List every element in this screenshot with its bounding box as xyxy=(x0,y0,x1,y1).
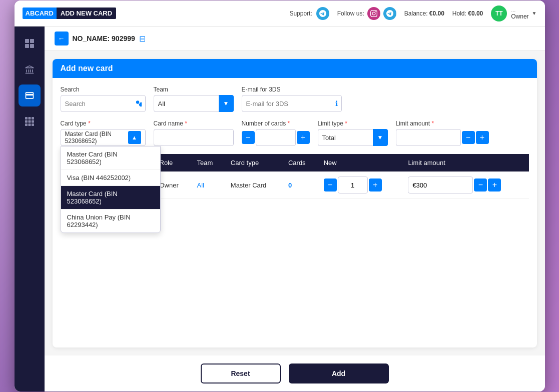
dropdown-item-mastercard2[interactable]: Master Card (BIN 523068652) xyxy=(61,186,160,210)
cell-card-type: Master Card xyxy=(225,172,282,199)
card-type-dropdown: Master Card (BIN 523068652) Visa (BIN 44… xyxy=(61,146,161,233)
sidebar-item-cards[interactable] xyxy=(19,84,41,106)
svg-rect-0 xyxy=(25,39,29,43)
svg-rect-8 xyxy=(28,120,31,123)
limit-amount-input[interactable]: €300 xyxy=(396,129,461,146)
svg-rect-2 xyxy=(25,44,29,48)
search-input[interactable] xyxy=(61,95,146,112)
num-cards-stepper: − 1 + xyxy=(242,129,310,146)
col-card-type: Card type xyxy=(225,154,282,172)
brand-abcard: ABCARD xyxy=(23,8,57,19)
form-row-2: Card type * Master Card (BIN523068652) ▲… xyxy=(61,120,529,199)
col-cards: Cards xyxy=(282,154,318,172)
svg-rect-1 xyxy=(30,39,34,43)
follow-telegram-icon[interactable] xyxy=(383,7,396,20)
content: ← NO_NAME: 902999 ⊟ Add new card Search xyxy=(45,26,545,392)
dropdown-item-mastercard1[interactable]: Master Card (BIN 523068652) xyxy=(61,146,160,170)
limit-type-select[interactable]: Total xyxy=(318,129,388,146)
cell-new: − + xyxy=(318,172,402,199)
form-row-1: Search Team xyxy=(61,86,529,112)
follow-label: Follow us: xyxy=(337,10,364,17)
svg-rect-12 xyxy=(32,124,34,126)
limit-amount-label: Limit amount * xyxy=(396,120,489,127)
limit-plus-button[interactable]: + xyxy=(476,131,489,144)
cell-limit-amount: − + xyxy=(402,172,528,199)
svg-rect-5 xyxy=(28,117,31,120)
brand: ABCARD ADD NEW CARD xyxy=(23,8,117,19)
card-type-group: Card type * Master Card (BIN523068652) ▲… xyxy=(61,120,146,146)
follow-instagram-icon[interactable] xyxy=(367,7,380,20)
row-limit-minus-button[interactable]: − xyxy=(474,178,487,192)
email-input[interactable] xyxy=(242,95,342,112)
breadcrumb-bar: ← NO_NAME: 902999 ⊟ xyxy=(45,26,545,51)
card-type-label: Card type * xyxy=(61,120,146,127)
card-type-wrapper: Master Card (BIN523068652) ▲ Master Card… xyxy=(61,129,146,146)
num-cards-plus-button[interactable]: + xyxy=(297,131,310,144)
card-name-group: Card name * ABcard virtual xyxy=(154,120,234,146)
team-select-wrapper: All ▼ xyxy=(154,95,234,112)
svg-rect-11 xyxy=(28,124,31,126)
limit-type-group: Limit type * Total ▼ xyxy=(318,120,388,146)
email-info-icon[interactable]: ℹ xyxy=(335,100,338,108)
hold-label: Hold: €0.00 xyxy=(452,10,483,17)
balance-label: Balance: €0.00 xyxy=(404,10,444,17)
form-footer: Reset Add xyxy=(45,356,545,392)
search-label: Search xyxy=(61,86,146,93)
card-type-selected: Master Card (BIN523068652) xyxy=(65,130,112,144)
num-cards-minus-button[interactable]: − xyxy=(242,131,255,144)
breadcrumb: NO_NAME: 902999 xyxy=(73,34,135,42)
cards-table: Role Team Card type Cards New Limit amou… xyxy=(154,154,529,199)
sidebar-item-grid[interactable] xyxy=(19,110,41,132)
dropdown-item-visa[interactable]: Visa (BIN 446252002) xyxy=(61,170,160,186)
col-new: New xyxy=(318,154,402,172)
avatar: TT xyxy=(491,6,507,22)
add-button[interactable]: Add xyxy=(289,364,389,384)
cell-cards: 0 xyxy=(282,172,318,199)
num-cards-input[interactable]: 1 xyxy=(256,129,296,146)
main-layout: ← NO_NAME: 902999 ⊟ Add new card Search xyxy=(15,26,545,392)
sidebar-item-bank[interactable] xyxy=(19,58,41,80)
col-limit-amount: Limit amount xyxy=(402,154,528,172)
form-body: Search Team xyxy=(53,78,537,215)
team-group: Team All ▼ xyxy=(154,86,234,112)
svg-rect-4 xyxy=(25,117,28,120)
breadcrumb-edit-icon[interactable]: ⊟ xyxy=(139,34,146,44)
support-telegram-icon[interactable] xyxy=(316,7,329,20)
team-label: Team xyxy=(154,86,234,93)
sidebar-item-dashboard[interactable] xyxy=(19,32,41,54)
balance-section: Balance: €0.00 Hold: €0.00 xyxy=(404,10,483,17)
card-type-display[interactable]: Master Card (BIN523068652) ▲ xyxy=(61,129,146,146)
svg-rect-7 xyxy=(25,120,28,123)
col-team: Team xyxy=(191,154,225,172)
limit-amount-group: Limit amount * €300 − + xyxy=(396,120,489,146)
limit-minus-button[interactable]: − xyxy=(462,131,475,144)
cell-team: All xyxy=(191,172,225,199)
row-limit-plus-button[interactable]: + xyxy=(488,178,501,192)
user-dropdown[interactable]: ... Owner ▼ xyxy=(511,7,536,20)
limit-type-select-wrapper: Total ▼ xyxy=(318,129,388,146)
sidebar xyxy=(15,26,45,392)
row-new-stepper: − + xyxy=(324,176,396,194)
support-label: Support: xyxy=(289,10,312,17)
card-name-input[interactable]: ABcard virtual xyxy=(154,129,234,146)
row-limit-input[interactable] xyxy=(408,176,473,194)
email-input-wrapper: ℹ xyxy=(242,95,342,112)
right-form-fields: Card name * ABcard virtual Number of car… xyxy=(154,120,529,199)
card-name-label: Card name * xyxy=(154,120,234,127)
brand-addcard: ADD NEW CARD xyxy=(57,8,116,19)
team-select[interactable]: All xyxy=(154,95,234,112)
row-limit-stepper: − + xyxy=(408,176,522,194)
reset-button[interactable]: Reset xyxy=(201,364,281,384)
svg-rect-3 xyxy=(30,44,34,48)
row-plus-button[interactable]: + xyxy=(369,178,382,192)
svg-rect-9 xyxy=(32,120,34,123)
num-cards-group: Number of cards * − 1 + xyxy=(242,120,310,146)
limit-amount-stepper: €300 − + xyxy=(396,129,489,146)
limit-type-label: Limit type * xyxy=(318,120,388,127)
back-button[interactable]: ← xyxy=(55,32,69,46)
search-input-wrapper xyxy=(61,95,146,112)
support-section: Support: xyxy=(289,7,329,20)
row-minus-button[interactable]: − xyxy=(324,178,337,192)
dropdown-item-unionpay[interactable]: China Union Pay (BIN 62293442) xyxy=(61,210,160,232)
row-new-input[interactable] xyxy=(338,176,368,194)
